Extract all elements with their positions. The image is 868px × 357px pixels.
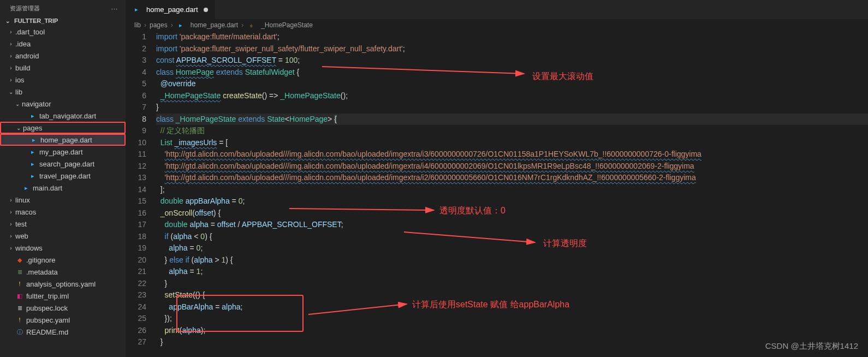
tree-item-label: tab_navigator.dart: [39, 112, 126, 120]
tree-item-android[interactable]: android: [0, 50, 126, 62]
tree-item-label: windows: [15, 244, 126, 252]
breadcrumb-segment[interactable]: lib: [134, 21, 141, 29]
breadcrumb-segment[interactable]: _HomePageState: [261, 21, 313, 29]
file-tree[interactable]: .dart_tool.ideaandroidbuildioslibnavigat…: [0, 26, 126, 357]
code-line[interactable]: } else if (alpha > 1) {: [156, 254, 868, 266]
breadcrumb-segment[interactable]: pages: [150, 21, 168, 29]
breadcrumb-segment[interactable]: home_page.dart: [191, 21, 238, 29]
code-editor[interactable]: 1234567891011121314151617181920212223242…: [126, 31, 868, 357]
tree-item-label: .gitignore: [26, 256, 126, 264]
tree-item-build[interactable]: build: [0, 62, 126, 74]
code-line[interactable]: @override: [156, 78, 868, 90]
tree-item-ios[interactable]: ios: [0, 74, 126, 86]
class-icon: ⬨: [247, 21, 255, 29]
tree-item-pubspec-lock[interactable]: ≣pubspec.lock: [0, 302, 126, 314]
code-line[interactable]: class _HomePageState extends State<HomeP…: [156, 114, 868, 126]
tree-item-fultter-trip-iml[interactable]: ◧fultter_trip.iml: [0, 290, 126, 302]
tree-item-home-page-dart[interactable]: ▸home_page.dart: [0, 134, 126, 146]
tree-item-lib[interactable]: lib: [0, 86, 126, 98]
code-line[interactable]: }: [156, 102, 868, 114]
code-line[interactable]: appBarAlpha = alpha;: [156, 301, 868, 313]
line-number: 16: [126, 207, 146, 219]
tree-item-windows[interactable]: windows: [0, 242, 126, 254]
tree-item--metadata[interactable]: ≣.metadata: [0, 266, 126, 278]
code-line[interactable]: _HomePageState createState() => _HomePag…: [156, 90, 868, 102]
file-icon: ≣: [15, 304, 24, 312]
file-icon: ▸: [28, 159, 37, 168]
line-number: 10: [126, 137, 146, 149]
tree-item-test[interactable]: test: [0, 218, 126, 230]
tree-item-label: lib: [15, 88, 126, 96]
code-content[interactable]: import 'package:flutter/material.dart';i…: [156, 31, 868, 357]
line-number: 27: [126, 336, 146, 348]
breadcrumb[interactable]: lib›pages›▸home_page.dart›⬨_HomePageStat…: [126, 19, 868, 31]
line-number: 3: [126, 55, 146, 67]
dart-file-icon: ▸: [132, 5, 141, 14]
code-line[interactable]: _onScroll(offset) {: [156, 207, 868, 219]
tree-item-label: search_page.dart: [39, 160, 126, 168]
tree-item-travel-page-dart[interactable]: ▸travel_page.dart: [0, 170, 126, 182]
tree-item--gitignore[interactable]: ◆.gitignore: [0, 254, 126, 266]
tree-item-linux[interactable]: linux: [0, 194, 126, 206]
chevron-down-icon: [13, 101, 22, 107]
tree-item-label: build: [15, 64, 126, 72]
line-number: 13: [126, 172, 146, 184]
explorer-title: 资源管理器: [10, 4, 40, 13]
file-icon: ≣: [15, 267, 24, 276]
tree-item-readme-md[interactable]: ⓘREADME.md: [0, 326, 126, 338]
code-line[interactable]: const APPBAR_SCROLL_OFFSET = 100;: [156, 55, 868, 67]
line-number: 26: [126, 325, 146, 337]
tab-home-page[interactable]: ▸ home_page.dart: [126, 0, 215, 19]
line-number: 12: [126, 160, 146, 172]
chevron-down-icon: [3, 18, 12, 24]
file-icon: ▸: [29, 135, 38, 144]
tree-item-label: main.dart: [33, 184, 126, 192]
code-line[interactable]: double appBarAlpha = 0;: [156, 195, 868, 207]
tree-item-macos[interactable]: macos: [0, 206, 126, 218]
tree-item-label: README.md: [26, 328, 126, 336]
code-line[interactable]: });: [156, 313, 868, 325]
code-line[interactable]: print(alpha);: [156, 325, 868, 337]
tree-item-label: test: [15, 220, 126, 228]
code-line[interactable]: 'http://gtd.alicdn.com/bao/uploaded///im…: [156, 148, 868, 160]
tree-item-my-page-dart[interactable]: ▸my_page.dart: [0, 146, 126, 158]
code-line[interactable]: // 定义轮播图: [156, 125, 868, 137]
tree-item--idea[interactable]: .idea: [0, 38, 126, 50]
code-line[interactable]: ];: [156, 184, 868, 196]
code-line[interactable]: import 'package:flutter_swiper_null_safe…: [156, 43, 868, 55]
code-line[interactable]: if (alpha < 0) {: [156, 231, 868, 243]
tree-item-navigator[interactable]: navigator: [0, 98, 126, 110]
code-line[interactable]: alpha = 0;: [156, 242, 868, 254]
code-line[interactable]: }: [156, 278, 868, 290]
line-number: 22: [126, 278, 146, 290]
code-line[interactable]: class HomePage extends StatefulWidget {: [156, 67, 868, 79]
project-header[interactable]: FULTTER_TRIP: [0, 16, 126, 26]
tree-item-tab-navigator-dart[interactable]: ▸tab_navigator.dart: [0, 110, 126, 122]
more-actions-icon[interactable]: ···: [111, 5, 118, 12]
tree-item-label: analysis_options.yaml: [26, 280, 126, 288]
code-line[interactable]: }: [156, 336, 868, 348]
code-line[interactable]: 'http://gtd.alicdn.com/bao/uploaded///im…: [156, 160, 868, 172]
line-number: 24: [126, 301, 146, 313]
line-number: 2: [126, 43, 146, 55]
tree-item-label: ios: [15, 76, 126, 84]
code-line[interactable]: double alpha = offset / APPBAR_SCROLL_OF…: [156, 219, 868, 231]
tree-item-label: pages: [23, 124, 124, 132]
line-number: 5: [126, 78, 146, 90]
code-line[interactable]: import 'package:flutter/material.dart';: [156, 31, 868, 43]
tree-item-main-dart[interactable]: ▸main.dart: [0, 182, 126, 194]
tree-item-pubspec-yaml[interactable]: !pubspec.yaml: [0, 314, 126, 326]
code-line[interactable]: setState(() {: [156, 289, 868, 301]
line-number: 17: [126, 219, 146, 231]
code-line[interactable]: alpha = 1;: [156, 266, 868, 278]
tree-item-analysis-options-yaml[interactable]: !analysis_options.yaml: [0, 278, 126, 290]
tree-item--dart-tool[interactable]: .dart_tool: [0, 26, 126, 38]
line-number: 4: [126, 67, 146, 79]
tree-item-web[interactable]: web: [0, 230, 126, 242]
file-icon: ▸: [28, 111, 37, 120]
tree-item-search-page-dart[interactable]: ▸search_page.dart: [0, 158, 126, 170]
breadcrumb-separator: ›: [241, 21, 243, 29]
code-line[interactable]: List _imagesUrls = [: [156, 137, 868, 149]
code-line[interactable]: 'http://gtd.alicdn.com/bao/uploaded///im…: [156, 172, 868, 184]
tree-item-pages[interactable]: pages: [0, 122, 126, 134]
